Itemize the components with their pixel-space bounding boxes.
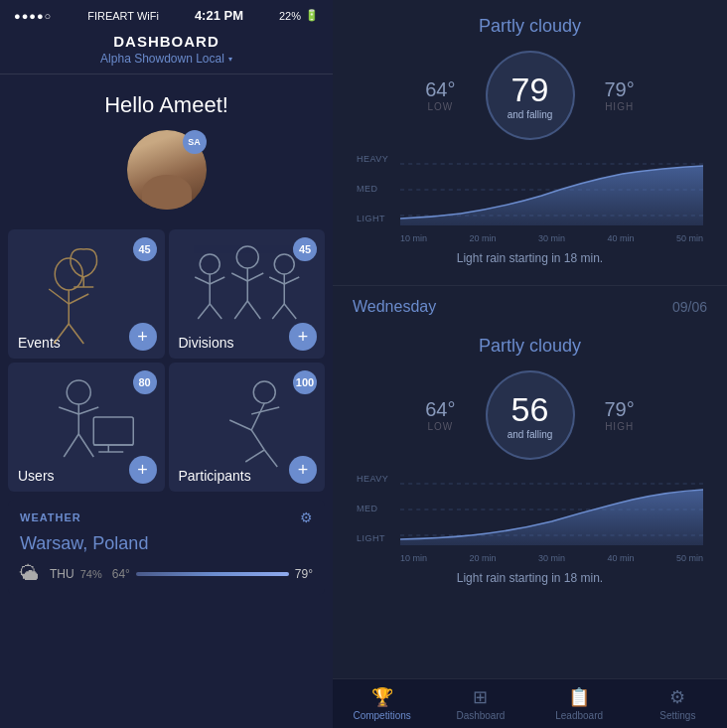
nav-settings[interactable]: ⚙ Settings bbox=[629, 679, 727, 728]
settings-label: Settings bbox=[659, 710, 695, 721]
today-temp-high-value: 79° bbox=[605, 78, 635, 101]
wed-temp-low-stat: 64° LOW bbox=[425, 398, 455, 432]
today-chart-area: HEAVY MED LIGHT bbox=[357, 154, 703, 243]
wed-y-label-med: MED bbox=[357, 504, 400, 513]
weather-day-info: THU 74% bbox=[50, 567, 102, 581]
wed-main-temp-circle: 56 and falling bbox=[486, 370, 575, 460]
humidity: 74% bbox=[80, 568, 102, 580]
wed-chart-x-labels: 10 min 20 min 30 min 40 min 50 min bbox=[400, 553, 703, 563]
wed-temp-high-stat: 79° HIGH bbox=[605, 398, 635, 432]
competitions-label: Competitions bbox=[353, 710, 410, 721]
app-title: DASHBOARD bbox=[0, 33, 333, 50]
today-chart-svg-container bbox=[400, 154, 703, 225]
svg-line-10 bbox=[195, 277, 210, 284]
leadboard-label: Leadboard bbox=[555, 710, 603, 721]
wed-temp-low-label: LOW bbox=[425, 421, 455, 432]
temp-bar bbox=[136, 572, 289, 576]
cloud-icon: 🌥 bbox=[20, 562, 40, 585]
today-temp-low-label: LOW bbox=[425, 101, 455, 112]
divisions-badge: 45 bbox=[293, 237, 317, 261]
svg-point-26 bbox=[67, 380, 90, 404]
day-label: THU bbox=[50, 567, 74, 581]
today-chart-y-labels: HEAVY MED LIGHT bbox=[357, 154, 400, 225]
participants-add-button[interactable]: + bbox=[289, 456, 317, 484]
divisions-add-button[interactable]: + bbox=[289, 323, 317, 351]
svg-line-39 bbox=[251, 430, 264, 450]
header-subtitle[interactable]: Alpha Showdown Local ▾ bbox=[0, 52, 333, 66]
svg-line-3 bbox=[69, 294, 88, 304]
wed-temp-high-label: HIGH bbox=[605, 421, 635, 432]
today-temp-sub: and falling bbox=[508, 109, 553, 120]
today-temp-low-stat: 64° LOW bbox=[425, 78, 455, 112]
wednesday-section: Wednesday 09/06 Partly cloudy 64° LOW 56… bbox=[333, 286, 727, 605]
svg-point-14 bbox=[236, 246, 258, 268]
wed-temp-low-value: 64° bbox=[425, 398, 455, 421]
weather-section: WEATHER ⚙ Warsaw, Poland 🌥 THU 74% 64° 7… bbox=[8, 500, 325, 595]
nav-competitions[interactable]: 🏆 Competitions bbox=[333, 679, 431, 728]
participants-badge: 100 bbox=[293, 370, 317, 394]
svg-line-17 bbox=[247, 273, 263, 281]
wednesday-header: Wednesday 09/06 bbox=[333, 286, 727, 320]
left-panel: ●●●●○ FIREART WiFi 4:21 PM 22% 🔋 DASHBOA… bbox=[0, 0, 333, 728]
wednesday-weather-title: Partly cloudy bbox=[353, 336, 707, 357]
svg-line-29 bbox=[78, 407, 98, 414]
participants-card[interactable]: 100 Participants + bbox=[169, 363, 326, 492]
svg-line-13 bbox=[210, 304, 221, 319]
svg-line-40 bbox=[264, 450, 277, 467]
divisions-card[interactable]: 45 Divisions + bbox=[169, 229, 326, 359]
svg-line-18 bbox=[234, 301, 247, 319]
today-rain-chart: HEAVY MED LIGHT bbox=[353, 154, 707, 273]
hello-section: Hello Ameet! SA bbox=[0, 74, 333, 221]
signal-dots: ●●●●○ bbox=[14, 10, 52, 22]
dashboard-icon: ⊞ bbox=[473, 686, 488, 708]
leadboard-icon: 📋 bbox=[568, 686, 590, 708]
today-temp-low-value: 64° bbox=[425, 78, 455, 101]
svg-point-36 bbox=[253, 381, 275, 403]
wed-y-label-heavy: HEAVY bbox=[357, 474, 400, 484]
wed-temp-high-value: 79° bbox=[605, 398, 635, 421]
svg-rect-32 bbox=[93, 417, 133, 445]
weather-header: WEATHER ⚙ bbox=[20, 510, 313, 525]
svg-line-30 bbox=[64, 434, 78, 457]
avatar-container: SA bbox=[127, 130, 207, 210]
svg-line-4 bbox=[54, 324, 69, 344]
wed-rain-note: Light rain starting in 18 min. bbox=[357, 567, 703, 593]
cards-grid: 45 Events + bbox=[0, 221, 333, 496]
bottom-nav: 🏆 Competitions ⊞ Dashboard 📋 Leadboard ⚙… bbox=[333, 678, 727, 728]
today-main-temp-circle: 79 and falling bbox=[486, 51, 575, 140]
nav-dashboard[interactable]: ⊞ Dashboard bbox=[431, 679, 529, 728]
svg-line-22 bbox=[269, 277, 284, 284]
wednesday-weather-card: Partly cloudy 64° LOW 56 and falling 79°… bbox=[333, 320, 727, 605]
right-scroll-area[interactable]: Partly cloudy 64° LOW 79 and falling 79°… bbox=[333, 0, 727, 678]
wednesday-date: 09/06 bbox=[672, 299, 707, 315]
svg-line-16 bbox=[231, 273, 247, 281]
nav-leadboard[interactable]: 📋 Leadboard bbox=[530, 679, 629, 728]
users-badge: 80 bbox=[133, 370, 157, 394]
chevron-down-icon: ▾ bbox=[228, 55, 232, 64]
events-card[interactable]: 45 Events + bbox=[8, 229, 165, 359]
weather-row: 🌥 THU 74% 64° 79° bbox=[20, 562, 313, 585]
svg-line-23 bbox=[284, 277, 299, 284]
users-card[interactable]: 80 Users + bbox=[8, 363, 165, 492]
svg-line-12 bbox=[198, 304, 210, 319]
svg-line-41 bbox=[245, 450, 264, 462]
temp-bar-container: 64° 79° bbox=[112, 567, 313, 581]
status-bar: ●●●●○ FIREART WiFi 4:21 PM 22% 🔋 bbox=[0, 0, 333, 27]
svg-line-5 bbox=[69, 324, 83, 344]
wed-rain-chart: HEAVY MED LIGHT bbox=[353, 474, 707, 593]
gear-icon[interactable]: ⚙ bbox=[300, 510, 313, 525]
app-header: DASHBOARD Alpha Showdown Local ▾ bbox=[0, 27, 333, 74]
today-temp-high-label: HIGH bbox=[605, 101, 635, 112]
clock: 4:21 PM bbox=[195, 8, 243, 23]
users-add-button[interactable]: + bbox=[129, 456, 157, 484]
svg-point-20 bbox=[274, 254, 294, 274]
today-rain-note: Light rain starting in 18 min. bbox=[357, 247, 703, 273]
wednesday-day: Wednesday bbox=[353, 298, 436, 316]
svg-line-11 bbox=[210, 277, 224, 284]
svg-line-42 bbox=[251, 407, 279, 414]
carrier-wifi: FIREART WiFi bbox=[87, 10, 159, 22]
events-add-button[interactable]: + bbox=[129, 323, 157, 351]
right-panel: Partly cloudy 64° LOW 79 and falling 79°… bbox=[333, 0, 727, 728]
competitions-icon: 🏆 bbox=[371, 686, 393, 708]
wed-y-label-light: LIGHT bbox=[357, 533, 400, 543]
